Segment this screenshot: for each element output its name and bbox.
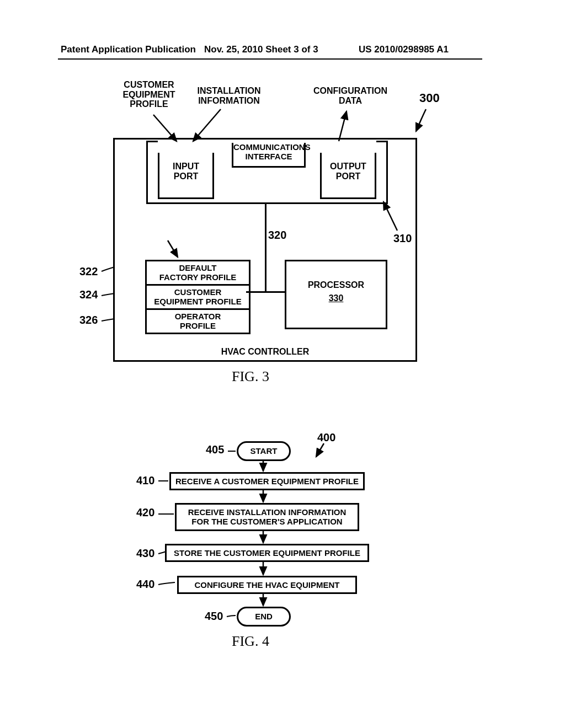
- flow-step-430: STORE THE CUSTOMER EQUIPMENT PROFILE: [165, 544, 369, 562]
- ref-420: 420: [136, 506, 154, 519]
- svg-line-0: [153, 115, 177, 141]
- ref-322: 322: [79, 265, 98, 278]
- flow-step-410: RECEIVE A CUSTOMER EQUIPMENT PROFILE: [169, 472, 365, 490]
- ref-405: 405: [206, 443, 224, 456]
- ref-430: 430: [136, 547, 154, 560]
- bus-horizontal: [246, 291, 286, 293]
- ref-320: 320: [268, 229, 286, 242]
- ref-400: 400: [317, 431, 335, 444]
- hvac-controller-label: HVAC CONTROLLER: [115, 347, 415, 357]
- bus-vertical: [265, 202, 266, 263]
- processor-refnum: 330: [286, 293, 386, 303]
- flow-end: END: [237, 607, 291, 627]
- memory-default-factory-profile: DEFAULTFACTORY PROFILE: [147, 261, 249, 286]
- ext-label-configuration-data: CONFIGURATIONDATA: [309, 86, 392, 105]
- fig3-caption: FIG. 3: [232, 368, 269, 385]
- svg-line-1: [193, 109, 221, 141]
- flow-start: START: [237, 441, 291, 461]
- processor-label: PROCESSOR: [286, 280, 386, 290]
- page: Patent Application Publication Nov. 25, …: [0, 0, 565, 728]
- ext-label-installation-information: INSTALLATIONINFORMATION: [190, 86, 268, 105]
- ref-410: 410: [136, 474, 154, 487]
- header-pubnumber: US 2010/0298985 A1: [359, 44, 449, 55]
- ref-300: 300: [419, 91, 440, 105]
- ref-324: 324: [79, 288, 98, 301]
- communications-interface-inner: COMMUNICATIONSINTERFACE INPUTPORT OUTPUT…: [148, 142, 385, 204]
- hvac-controller-block: HVAC CONTROLLER COMMUNICATIONSINTERFACE …: [113, 138, 417, 362]
- memory-customer-equipment-profile: CUSTOMEREQUIPMENT PROFILE: [147, 286, 249, 310]
- ref-440: 440: [136, 578, 154, 591]
- flow-step-440: CONFIGURE THE HVAC EQUIPMENT: [177, 576, 357, 594]
- bus-vertical-lower: [265, 261, 266, 292]
- svg-line-2: [339, 111, 347, 141]
- ref-310: 310: [393, 232, 412, 245]
- ext-label-customer-equipment-profile: CUSTOMEREQUIPMENTPROFILE: [116, 80, 182, 109]
- output-port-block: OUTPUTPORT: [320, 153, 376, 199]
- communications-interface-label: COMMUNICATIONSINTERFACE: [232, 143, 306, 168]
- fig4-caption: FIG. 4: [232, 633, 269, 650]
- processor-block: PROCESSOR 330: [285, 260, 387, 329]
- memory-block: DEFAULTFACTORY PROFILE CUSTOMEREQUIPMENT…: [145, 260, 250, 334]
- header-divider: [58, 58, 482, 60]
- ref-326: 326: [79, 314, 98, 326]
- input-port-block: INPUTPORT: [158, 153, 214, 199]
- ref-450: 450: [205, 610, 223, 623]
- memory-operator-profile: OPERATORPROFILE: [147, 310, 249, 333]
- header-date-sheet: Nov. 25, 2010 Sheet 3 of 3: [204, 44, 318, 55]
- flow-step-420: RECEIVE INSTALLATION INFORMATIONFOR THE …: [175, 503, 359, 531]
- fig4-flowchart: START RECEIVE A CUSTOMER EQUIPMENT PROFI…: [124, 441, 406, 662]
- header-publication: Patent Application Publication: [61, 44, 196, 55]
